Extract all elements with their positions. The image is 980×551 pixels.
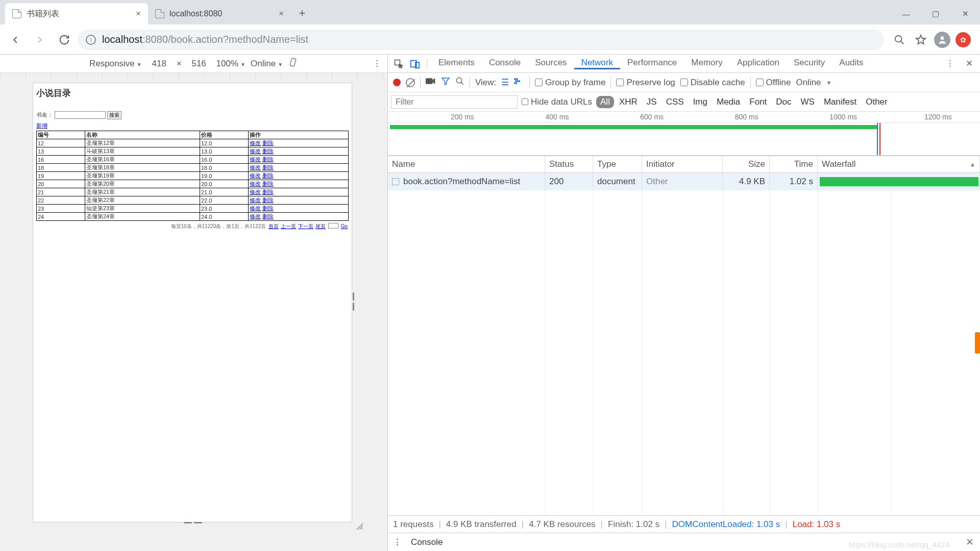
large-rows-icon[interactable]: ☰ [501,77,509,88]
camera-icon[interactable] [426,77,436,88]
close-icon[interactable]: × [279,9,284,19]
delete-link[interactable]: 删除 [262,197,274,203]
reload-button[interactable] [53,29,76,51]
group-by-frame-checkbox[interactable]: Group by frame [535,78,605,88]
edit-link[interactable]: 修改 [250,156,261,162]
extension-icon[interactable]: ✿ [955,32,971,47]
new-tab-button[interactable]: + [293,4,311,22]
throttle-selector[interactable]: Online [251,59,283,69]
tab-active[interactable]: 书籍列表 × [5,3,148,24]
col-initiator[interactable]: Initiator [642,156,723,172]
filter-icon[interactable] [441,77,450,88]
pager-page-input[interactable] [328,223,338,229]
request-checkbox[interactable] [392,178,399,185]
pager-link[interactable]: 首页 [268,223,279,229]
devtools-tab-console[interactable]: Console [482,58,528,68]
type-filter-css[interactable]: CSS [662,96,688,108]
edit-link[interactable]: 修改 [250,172,261,179]
pager-link[interactable]: 上一页 [281,223,296,229]
device-selector[interactable]: Responsive [89,59,142,69]
width-input[interactable]: 418 [147,59,172,69]
delete-link[interactable]: 删除 [262,148,274,154]
device-mode-icon[interactable] [407,56,423,71]
overview-icon[interactable] [514,77,524,88]
type-filter-doc[interactable]: Doc [772,96,795,108]
edit-link[interactable]: 修改 [250,189,261,195]
type-filter-all[interactable]: All [596,96,614,108]
col-type[interactable]: Type [593,156,642,172]
rotate-icon[interactable] [288,57,298,70]
inspect-icon[interactable] [391,56,406,71]
edit-link[interactable]: 修改 [250,197,261,203]
type-filter-manifest[interactable]: Manifest [820,96,861,108]
devtools-tab-security[interactable]: Security [787,58,832,68]
device-frame[interactable]: 小说目录 书名： 搜索 新增 编号名称价格操作 12圣堰第12章12.0修改 删… [33,83,352,522]
clear-button[interactable] [406,78,415,87]
col-name[interactable]: Name [388,156,545,172]
minimize-button[interactable]: — [891,3,921,24]
devtools-tab-performance[interactable]: Performance [620,58,684,68]
type-filter-ws[interactable]: WS [797,96,819,108]
network-request-row[interactable]: book.action?methodName=list 200 document… [388,173,980,190]
maximize-button[interactable]: ▢ [921,3,950,24]
devtools-tab-memory[interactable]: Memory [684,58,729,68]
tab-inactive[interactable]: localhost:8080 × [148,3,291,24]
devtools-tab-application[interactable]: Application [730,58,787,68]
resize-handle-corner[interactable] [356,522,363,532]
devtools-tab-audits[interactable]: Audits [832,58,870,68]
profile-avatar[interactable] [934,32,950,48]
delete-link[interactable]: 删除 [262,156,274,162]
book-name-input[interactable] [55,111,106,119]
preserve-log-checkbox[interactable]: Preserve log [616,78,675,88]
close-devtools-icon[interactable]: ✕ [962,56,977,71]
edit-link[interactable]: 修改 [250,213,261,219]
add-link[interactable]: 新增 [36,122,47,129]
filter-input[interactable] [391,95,518,109]
type-filter-js[interactable]: JS [643,96,661,108]
resize-handle-bottom[interactable] [184,522,202,525]
delete-link[interactable]: 删除 [262,213,274,219]
site-info-icon[interactable]: i [86,35,96,45]
pager-link[interactable]: 尾页 [315,223,326,229]
record-button[interactable] [393,79,401,86]
close-drawer-icon[interactable]: ✕ [966,536,974,548]
type-filter-img[interactable]: Img [689,96,712,108]
delete-link[interactable]: 删除 [262,205,274,211]
col-time[interactable]: Time [770,156,818,172]
search-icon[interactable] [891,32,908,48]
type-filter-media[interactable]: Media [713,96,744,108]
delete-link[interactable]: 删除 [262,189,274,195]
col-status[interactable]: Status [545,156,593,172]
search-button[interactable]: 搜索 [107,111,121,119]
kebab-icon[interactable]: ⋮ [942,56,958,71]
zoom-selector[interactable]: 100% [216,59,246,69]
throttle-chevron-icon[interactable]: ▼ [826,80,832,86]
star-icon[interactable] [913,32,929,48]
disable-cache-checkbox[interactable]: Disable cache [680,78,745,88]
forward-button[interactable] [29,29,51,51]
edit-link[interactable]: 修改 [250,140,261,146]
back-button[interactable] [4,29,27,51]
kebab-icon[interactable]: ⋮ [393,537,402,547]
edit-link[interactable]: 修改 [250,205,261,211]
timeline-overview[interactable]: 200 ms400 ms600 ms800 ms1000 ms1200 ms [388,112,980,156]
delete-link[interactable]: 删除 [262,164,274,170]
delete-link[interactable]: 删除 [262,140,274,146]
search-icon[interactable] [455,77,464,88]
edit-link[interactable]: 修改 [250,164,261,170]
close-icon[interactable]: × [136,9,141,19]
devtools-tab-network[interactable]: Network [574,58,620,69]
type-filter-font[interactable]: Font [745,96,771,108]
devtools-tab-sources[interactable]: Sources [528,58,574,68]
hide-data-urls-checkbox[interactable]: Hide data URLs [522,97,592,107]
type-filter-xhr[interactable]: XHR [615,96,642,108]
edit-link[interactable]: 修改 [250,181,261,187]
offline-checkbox[interactable]: Offline [756,78,791,88]
resize-handle-right[interactable] [353,292,357,311]
col-waterfall[interactable]: Waterfall▲ [818,156,980,172]
type-filter-other[interactable]: Other [862,96,892,108]
pager-go[interactable]: Go [341,223,348,229]
col-size[interactable]: Size [723,156,770,172]
height-input[interactable]: 516 [187,59,211,69]
delete-link[interactable]: 删除 [262,181,274,187]
